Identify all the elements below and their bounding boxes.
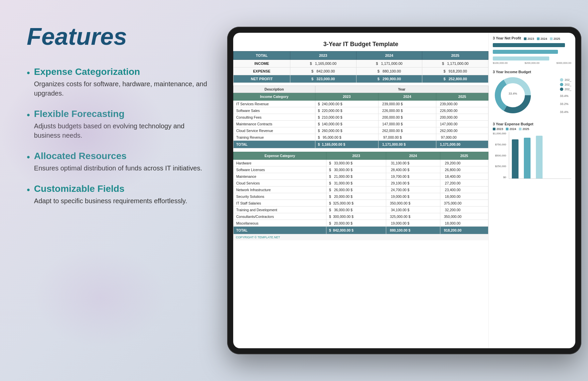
page-title: Features xyxy=(27,23,207,50)
expense-budget-title: 3 Year Expense Budget xyxy=(493,122,571,126)
income-consulting-fees-2024: 200,000.00 $ xyxy=(379,114,436,121)
expense-network-infra: Network Infrastructure $ 26,000.00 $ 24,… xyxy=(234,186,488,193)
expense-software-licenses-2024: 28,400.00 $ xyxy=(386,166,440,173)
income-total-2024: 1,171,000.00 $ xyxy=(379,141,436,148)
feature-title-allocated-resources: Allocated Resources xyxy=(34,151,202,161)
legend-label-2023: 2023 xyxy=(528,37,534,40)
bar-2023 xyxy=(493,43,571,47)
income-it-services-label: IT Services Revenue xyxy=(234,101,315,107)
legend-2024: 2024 xyxy=(537,36,547,41)
income-detail-section: Description Year Income Category 2023 20… xyxy=(233,86,488,148)
expense-maintenance-2025: 18,400.00 xyxy=(440,173,488,180)
net-profit-axis: $100,000.00 $200,000.00 $300,000.00 xyxy=(493,61,571,65)
donut-legend-1: 202_ xyxy=(560,78,571,82)
income-consulting-fees-label: Consulting Fees xyxy=(234,114,315,121)
expense-software-licenses-2023: $ 30,000.00 $ xyxy=(326,166,386,173)
expense-budget-legend: 2023 2024 2025 xyxy=(493,127,571,131)
income-maintenance-contracts-label: Maintenance Contracts xyxy=(234,121,315,127)
feature-title-flexible-forecasting: Flexible Forecasting xyxy=(34,109,207,119)
expense-network-infra-2023: $ 26,000.00 $ xyxy=(326,186,386,193)
donut-dot-2025 xyxy=(560,78,563,82)
income-2023-dollar: $ 1,165,000.00 xyxy=(290,60,356,68)
y-label-1m: $1,000,000 xyxy=(493,132,506,135)
expense-software-licenses: Software Licenses $ 30,000.00 $ 28,400.0… xyxy=(234,166,488,173)
income-software-sales-2023: $ 220,000.00 $ xyxy=(315,107,379,114)
income-donut-labels: 202_ 202_ 202_ xyxy=(560,78,571,114)
feature-content: Expense Categorization Organizes costs f… xyxy=(34,67,207,98)
spreadsheet-main: 3-Year IT Budget Template TOTAL 2023 202… xyxy=(233,33,488,348)
income-training-revenue-2025: 97,000.00 xyxy=(436,134,488,141)
expense-hardware-2024: 31,100.00 $ xyxy=(386,160,440,166)
netprofit-2025: $ 252,800.00 xyxy=(422,75,488,83)
expense-miscellaneous: Miscellaneous $ 20,000.00 $ 19,000.00 $ … xyxy=(234,220,488,227)
exp-legend-2023: 2023 xyxy=(493,127,503,131)
expense-row: EXPENSE $ 842,000.00 $ 880,100.00 $ 918,… xyxy=(234,68,488,75)
income-2025-dollar: $ 1,171,000.00 xyxy=(422,60,488,68)
expense-consultants-2023: $ 300,000.00 $ xyxy=(326,213,386,220)
income-cloud-service-label: Cloud Service Revenue xyxy=(234,127,315,134)
expense-detail-table: Expense Category 2023 2024 2025 Hardware xyxy=(233,152,488,234)
expense-maintenance: Maintenance $ 21,000.00 $ 19,700.00 $ 18… xyxy=(234,173,488,180)
expense-maintenance-2023: $ 21,000.00 $ xyxy=(326,173,386,180)
sheet-title: 3-Year IT Budget Template xyxy=(233,36,488,51)
income-software-sales-label: Software Sales xyxy=(234,107,315,114)
expense-total-2024: 880,100.00 $ xyxy=(386,227,440,234)
income-total-row: TOTAL $ 1,165,000.00 $ 1,171,000.00 $ 1,… xyxy=(234,141,488,148)
expense-consultants-2024: 325,000.00 $ xyxy=(386,213,440,220)
exp-dot-2023 xyxy=(493,128,495,130)
netprofit-label: NET PROFIT xyxy=(234,75,290,83)
donut-legend-3: 202_ xyxy=(560,88,571,91)
legend-label-2024: 2024 xyxy=(541,37,547,40)
expense-training-dev-2024: 34,100.00 $ xyxy=(386,207,440,213)
axis-300k: $300,000.00 xyxy=(557,61,572,65)
left-panel: Features • Expense Categorization Organi… xyxy=(27,20,207,206)
vbar-2025 xyxy=(536,136,543,178)
exp-label-2025: 2025 xyxy=(523,127,529,131)
expense-it-staff-2023: $ 325,000.00 $ xyxy=(326,200,386,207)
y-label-0: $0 xyxy=(493,176,506,179)
col-total: TOTAL xyxy=(234,51,290,60)
income-training-revenue-2023: $ 95,000.00 $ xyxy=(315,134,379,141)
expense-network-infra-2024: 24,700.00 $ xyxy=(386,186,440,193)
expense-hardware-2025: 29,200.00 xyxy=(440,160,488,166)
income-consulting-fees: Consulting Fees $ 210,000.00 $ 200,000.0… xyxy=(234,114,488,121)
expense-total-row: TOTAL $ 842,000.00 $ 880,100.00 $ 918,20… xyxy=(234,227,488,234)
pct-33-2: 33.2% xyxy=(560,102,571,106)
charts-panel: 3 Year Net Profit 2023 2024 xyxy=(488,33,575,348)
expense-2024: $ 880,100.00 xyxy=(356,68,422,75)
bar-2024 xyxy=(493,49,571,54)
income-it-services-2025: 239,000.00 xyxy=(436,101,488,107)
bullet-icon: • xyxy=(27,184,30,196)
expense-software-licenses-label: Software Licenses xyxy=(234,166,326,173)
income-category-header: Income Category xyxy=(234,93,315,101)
donut-dot-2023 xyxy=(560,88,563,91)
netprofit-row: NET PROFIT $ 323,000.00 $ 290,900.00 $ 2… xyxy=(234,75,488,83)
exp-label-2023: 2023 xyxy=(496,127,503,131)
income-cloud-service-2023: $ 260,000.00 $ xyxy=(315,127,379,134)
axis-200k: $200,000.00 xyxy=(525,61,540,65)
feature-desc-allocated-resources: Ensures optimal distribution of funds ac… xyxy=(34,163,202,173)
expense-hardware-label: Hardware xyxy=(234,160,326,166)
bullet-icon: • xyxy=(27,151,30,163)
expense-training-dev-2025: 32,200.00 xyxy=(440,207,488,213)
exp-dot-2024 xyxy=(506,128,508,130)
expense-total-2025: 918,200.00 xyxy=(440,227,488,234)
expense-cloud-services-2024: 29,100.00 $ xyxy=(386,180,440,186)
income-it-services-2023: $ 240,000.00 $ xyxy=(315,101,379,107)
svg-point-3 xyxy=(504,86,522,104)
expense-detail-section: Expense Category 2023 2024 2025 Hardware xyxy=(233,152,488,234)
income-maintenance-contracts-2025: 147,000.00 xyxy=(436,121,488,127)
col-2025: 2025 xyxy=(422,51,488,60)
expense-miscellaneous-label: Miscellaneous xyxy=(234,220,326,227)
expense-consultants-label: Consultants/Contractors xyxy=(234,213,326,220)
bar-fill-2023 xyxy=(493,43,565,47)
exp-legend-2025: 2025 xyxy=(519,127,529,131)
expense-training-dev: Training and Development $ 36,000.00 $ 3… xyxy=(234,207,488,213)
feature-desc-customizable-fields: Adapt to specific business requirements … xyxy=(34,196,187,206)
feature-desc-flexible-forecasting: Adjusts budgets based on evolving techno… xyxy=(34,121,207,140)
income-consulting-fees-2025: 200,000.00 xyxy=(436,114,488,121)
net-profit-bars xyxy=(493,43,571,61)
expense-it-staff-label: IT Staff Salaries xyxy=(234,200,326,207)
vbar-2023 xyxy=(512,139,519,178)
income-2025-header: 2025 xyxy=(436,93,488,101)
